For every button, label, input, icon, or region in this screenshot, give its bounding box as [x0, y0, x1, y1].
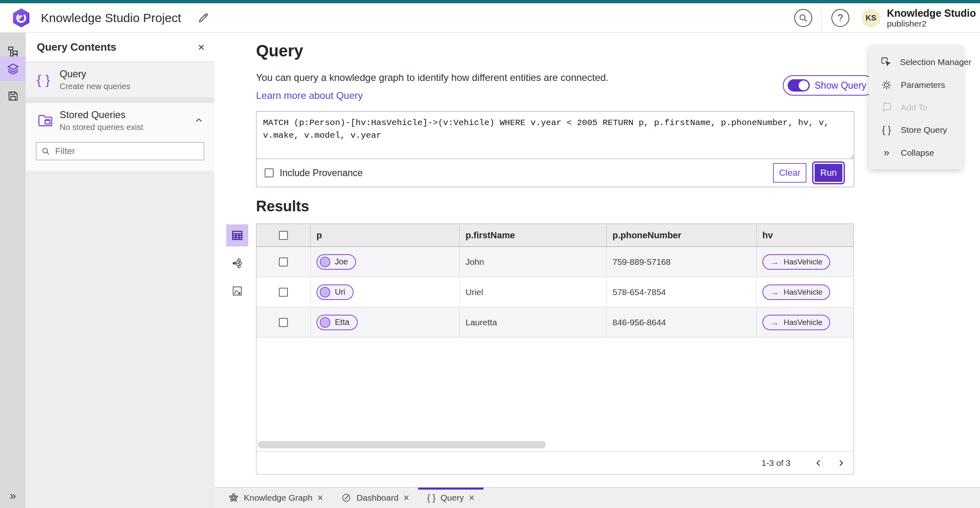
- show-query-toggle[interactable]: Show Query: [783, 75, 875, 96]
- avatar[interactable]: KS: [862, 9, 880, 27]
- search-button[interactable]: [794, 9, 812, 27]
- user-name: publisher2: [887, 19, 976, 29]
- run-button[interactable]: Run: [815, 164, 842, 182]
- selection-manager-label: Selection Manager: [900, 57, 971, 67]
- chevron-left-icon: [814, 459, 823, 468]
- results-view-toolbar: [226, 224, 248, 302]
- row-checkbox[interactable]: [279, 288, 288, 297]
- node-circle-icon: [320, 287, 330, 298]
- close-icon: ×: [317, 492, 323, 503]
- close-tab-button[interactable]: ×: [469, 493, 474, 503]
- knowledge-studio-app: Knowledge Studio Project ?: [0, 0, 980, 508]
- previous-page-button[interactable]: [809, 454, 828, 472]
- tab-label: Query: [441, 493, 464, 503]
- store-query-button[interactable]: { } Store Query: [869, 120, 962, 140]
- row-checkbox[interactable]: [279, 318, 288, 327]
- column-header-phone[interactable]: p.phoneNumber: [607, 224, 757, 246]
- store-query-label: Store Query: [901, 125, 947, 135]
- rail-save-button[interactable]: [0, 85, 26, 107]
- sidebar-item-stored-queries[interactable]: Stored Queries No stored queries exist: [26, 103, 214, 138]
- entity-pill[interactable]: Joe: [316, 254, 356, 270]
- query-contents-panel: Query Contents × { } Query Create new qu…: [26, 33, 214, 508]
- table-view-button[interactable]: [226, 224, 248, 246]
- add-to-button: Add To: [869, 97, 962, 118]
- braces-icon: { }: [880, 125, 893, 136]
- table-pagination: 1-3 of 3: [256, 451, 853, 474]
- close-tab-button[interactable]: ×: [403, 493, 409, 503]
- node-circle-icon: [320, 257, 330, 267]
- chart-view-button[interactable]: [226, 280, 248, 302]
- chart-icon: [231, 285, 243, 297]
- include-provenance-checkbox[interactable]: [265, 168, 274, 177]
- parameters-button[interactable]: Parameters: [869, 75, 962, 95]
- help-button[interactable]: ?: [831, 9, 849, 27]
- app-logo-icon: [11, 8, 31, 28]
- toggle-switch[interactable]: [788, 79, 810, 92]
- selection-manager-icon: [880, 56, 892, 68]
- tab-knowledge-graph[interactable]: Knowledge Graph ×: [219, 488, 332, 508]
- column-header-p[interactable]: p: [311, 224, 460, 246]
- column-header-firstname[interactable]: p.firstName: [460, 224, 607, 246]
- search-icon: [41, 147, 50, 156]
- close-icon: ×: [403, 492, 409, 503]
- panel-gap: [26, 97, 214, 103]
- query-item-sublabel: Create new queries: [60, 82, 130, 91]
- query-editor[interactable]: MATCH (p:Person)-[hv:HasVehicle]->(v:Veh…: [256, 112, 854, 159]
- entity-label: Etta: [335, 318, 350, 327]
- collapse-button[interactable]: » Collapse: [869, 143, 962, 163]
- tab-dashboard[interactable]: Dashboard ×: [332, 488, 418, 508]
- graph-view-button[interactable]: [226, 252, 248, 274]
- node-circle-icon: [320, 317, 330, 328]
- collapse-stored-queries-button[interactable]: [194, 116, 204, 125]
- tab-query[interactable]: { } Query ×: [418, 488, 483, 508]
- chevron-right-icon: [836, 459, 845, 468]
- actions-panel: Selection Manager Parameters Add To: [869, 46, 962, 169]
- stored-queries-sublabel: No stored queries exist: [60, 123, 143, 132]
- entity-pill[interactable]: Etta: [316, 315, 358, 330]
- edit-title-button[interactable]: [196, 11, 211, 25]
- network-icon: [231, 257, 243, 269]
- tab-label: Dashboard: [356, 493, 399, 503]
- close-panel-button[interactable]: ×: [198, 42, 205, 53]
- results-table: p p.firstName p.phoneNumber hv Joe John …: [256, 224, 854, 474]
- top-accent-strip: [0, 0, 980, 3]
- clear-button[interactable]: Clear: [773, 163, 806, 183]
- selection-manager-button[interactable]: Selection Manager: [869, 52, 962, 72]
- add-to-label: Add To: [901, 103, 927, 112]
- panel-header: Query Contents ×: [26, 33, 214, 62]
- filter-input[interactable]: [54, 145, 199, 157]
- project-title: Knowledge Studio Project: [41, 11, 181, 25]
- folder-icon: [37, 112, 60, 129]
- relation-pill[interactable]: → HasVehicle: [762, 284, 830, 300]
- close-icon: ×: [469, 492, 474, 503]
- horizontal-scrollbar-thumb[interactable]: [258, 441, 546, 448]
- filter-field: [36, 142, 204, 160]
- table-row: Joe John 759-889-57168 → HasVehicle: [256, 247, 853, 277]
- entity-pill[interactable]: Uri: [316, 284, 354, 300]
- column-header-hv[interactable]: hv: [757, 224, 853, 246]
- double-chevron-right-icon: »: [880, 148, 893, 157]
- braces-icon: { }: [37, 72, 60, 87]
- help-icon: ?: [837, 12, 843, 24]
- knowledge-graph-icon: [228, 492, 239, 503]
- select-all-checkbox[interactable]: [279, 231, 288, 240]
- layers-icon: [7, 62, 20, 75]
- cell-phone: 578-654-7854: [607, 277, 757, 307]
- row-checkbox[interactable]: [279, 257, 288, 266]
- learn-more-link[interactable]: Learn more about Query: [256, 90, 363, 101]
- cell-firstname: John: [460, 247, 607, 277]
- pencil-icon: [197, 12, 209, 24]
- next-page-button[interactable]: [831, 454, 850, 472]
- brand-name: Knowledge Studio: [887, 7, 976, 19]
- rail-layers-button[interactable]: [0, 56, 26, 81]
- add-to-icon: [880, 102, 893, 113]
- parameters-label: Parameters: [901, 80, 945, 90]
- arrow-right-icon: →: [770, 288, 779, 297]
- close-tab-button[interactable]: ×: [317, 493, 323, 503]
- expand-panel-button[interactable]: »: [0, 488, 26, 504]
- relation-pill[interactable]: → HasVehicle: [762, 315, 830, 330]
- sidebar-item-query[interactable]: { } Query Create new queries: [26, 62, 214, 97]
- relation-pill[interactable]: → HasVehicle: [762, 254, 830, 270]
- main-content: Query You can query a knowledge graph to…: [214, 33, 980, 487]
- pagination-range-label: 1-3 of 3: [762, 458, 791, 468]
